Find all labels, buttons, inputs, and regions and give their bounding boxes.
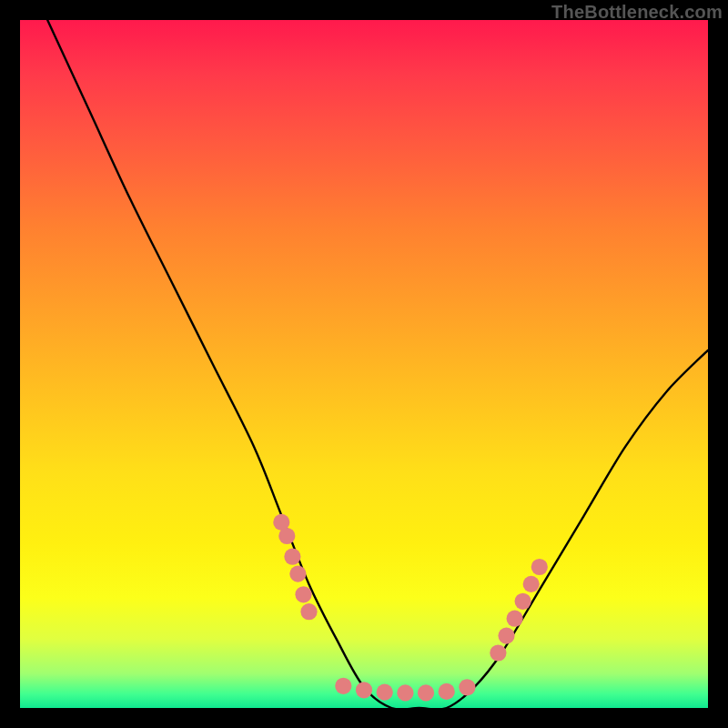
chart-frame: TheBottleneck.com [0,0,728,728]
curve-marker [295,586,311,602]
curve-group [47,20,708,710]
curve-marker [531,559,548,575]
curve-marker [356,682,372,698]
curve-marker [439,683,455,700]
curve-marker [397,684,413,701]
curve-marker [498,628,514,644]
curve-marker [377,684,393,701]
plot-area [20,20,708,708]
curve-marker [523,576,540,592]
marker-group [273,514,548,702]
curve-marker [459,679,475,695]
watermark-text: TheBottleneck.com [551,2,723,23]
curve-marker [289,566,306,582]
curve-marker [418,684,434,701]
chart-svg [20,20,708,708]
curve-marker [507,611,523,627]
curve-marker [278,528,295,544]
bottleneck-curve [47,20,708,710]
curve-marker [515,593,531,610]
curve-marker [490,644,506,661]
curve-marker [300,603,317,620]
curve-marker [284,549,300,565]
curve-marker [335,678,351,694]
